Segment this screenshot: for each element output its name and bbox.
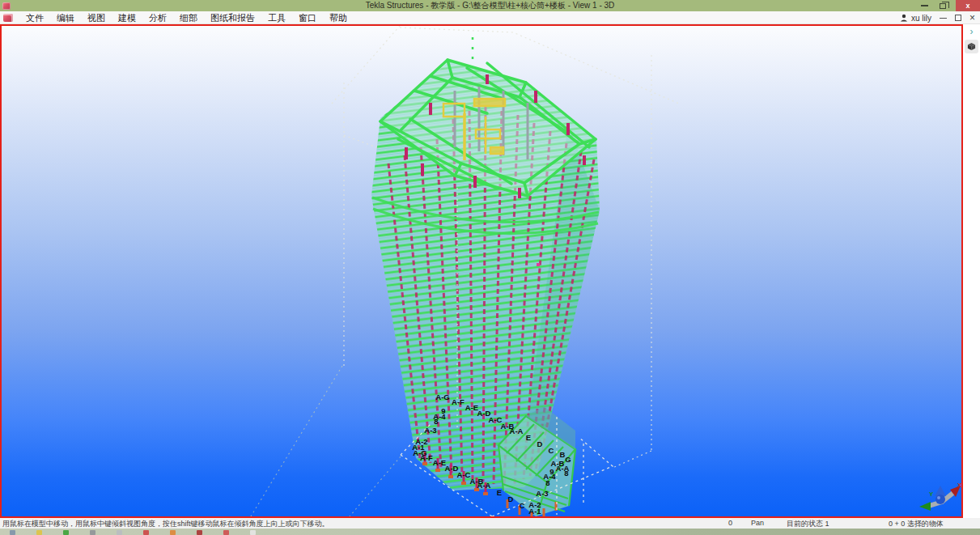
grid-label: A-1	[528, 507, 541, 516]
panel-expand-chevron-icon[interactable]: ›	[970, 26, 974, 37]
close-button[interactable]: x	[956, 0, 980, 11]
grid-label: 9	[549, 467, 554, 476]
menu-item-4[interactable]: 分析	[142, 11, 173, 24]
ground-grid-faint-lines	[251, 366, 401, 516]
axis-y-arrow	[919, 502, 931, 511]
taskbar-icon[interactable]	[63, 530, 69, 535]
model-canvas: A-GA-FA-EA-DA-CA-BA-A9A-48A-3A-2A-1A-GA-…	[2, 26, 961, 516]
grid-label: G	[565, 455, 571, 464]
grid-label: D	[508, 495, 514, 503]
model-viewport-3d[interactable]: A-GA-FA-EA-DA-CA-BA-A9A-48A-3A-2A-1A-GA-…	[0, 24, 963, 518]
taskbar-icon[interactable]	[170, 530, 176, 535]
grid-label: A-A	[510, 427, 524, 435]
grid-label: A-A	[477, 481, 491, 490]
minimize-button[interactable]	[921, 5, 928, 6]
taskbar-icon[interactable]	[36, 530, 42, 535]
windows-taskbar-sliver[interactable]	[0, 529, 980, 535]
user-icon	[900, 14, 908, 22]
taskbar-icon[interactable]	[143, 530, 149, 535]
grid-label: 8	[564, 469, 568, 478]
mdi-minimize-button[interactable]	[940, 18, 947, 19]
grid-label: D	[537, 439, 543, 448]
side-panel: ›	[963, 24, 980, 518]
grid-label: A-F	[452, 397, 465, 406]
status-value: 0	[728, 519, 732, 527]
taskbar-icon[interactable]	[197, 530, 202, 535]
grid-label: A-F	[420, 453, 433, 462]
status-mode: Pan	[751, 519, 764, 527]
menu-items: 文件编辑视图建模分析细部图纸和报告工具窗口帮助	[19, 11, 354, 24]
menu-item-9[interactable]: 帮助	[323, 11, 354, 24]
taskbar-icon[interactable]	[90, 530, 95, 535]
grid-label: A-C	[457, 470, 471, 479]
grid-label: A-G	[435, 393, 449, 401]
tekla-app-icon[interactable]	[3, 14, 13, 22]
axis-x-label: X	[957, 482, 961, 489]
menu-item-5[interactable]: 细部	[173, 11, 204, 24]
menu-item-2[interactable]: 视图	[81, 11, 112, 24]
window-title: Tekla Structures - 教学版 - G:\整合模型\柱+核心筒+楼…	[0, 0, 980, 11]
taskbar-icon[interactable]	[223, 530, 229, 535]
axis-y-label: Y	[929, 490, 934, 498]
grid-label: 8	[434, 417, 438, 426]
grid-label: C	[549, 446, 554, 455]
mdi-maximize-button[interactable]	[955, 15, 961, 21]
menu-item-1[interactable]: 编辑	[50, 11, 81, 24]
taskbar-icon[interactable]	[10, 530, 15, 535]
status-bar: 用鼠标在模型中移动，用鼠标中键倾斜视图角度，按住shift键移动鼠标在倾斜角度上…	[0, 518, 980, 529]
restore-button[interactable]	[940, 3, 946, 9]
axis-origin-sphere	[935, 495, 945, 504]
grid-label: E	[526, 433, 531, 442]
main-area: A-GA-FA-EA-DA-CA-BA-A9A-48A-3A-2A-1A-GA-…	[0, 24, 980, 518]
grid-label: A-3	[536, 489, 548, 498]
taskbar-icon[interactable]	[250, 530, 256, 535]
menu-item-8[interactable]: 窗口	[292, 11, 323, 24]
grid-label: A-3	[424, 426, 436, 435]
menu-item-3[interactable]: 建模	[112, 11, 142, 24]
view-cube-button[interactable]	[965, 40, 978, 53]
menu-bar: 文件编辑视图建模分析细部图纸和报告工具窗口帮助 xu lily ×	[0, 11, 980, 24]
menu-item-0[interactable]: 文件	[19, 11, 50, 24]
axis-triad-icon: Y X	[919, 482, 961, 511]
grid-label: C	[520, 501, 525, 510]
user-account[interactable]: xu lily	[900, 14, 931, 23]
menu-item-6[interactable]: 图纸和报告	[204, 11, 261, 24]
grid-label: E	[497, 488, 502, 497]
cube-icon	[967, 42, 976, 51]
taskbar-icon[interactable]	[117, 530, 122, 535]
menu-item-7[interactable]: 工具	[261, 11, 292, 24]
title-bar: Tekla Structures - 教学版 - G:\整合模型\柱+核心筒+楼…	[0, 0, 980, 11]
stray-point	[537, 263, 540, 266]
mdi-close-button[interactable]: ×	[969, 11, 975, 24]
